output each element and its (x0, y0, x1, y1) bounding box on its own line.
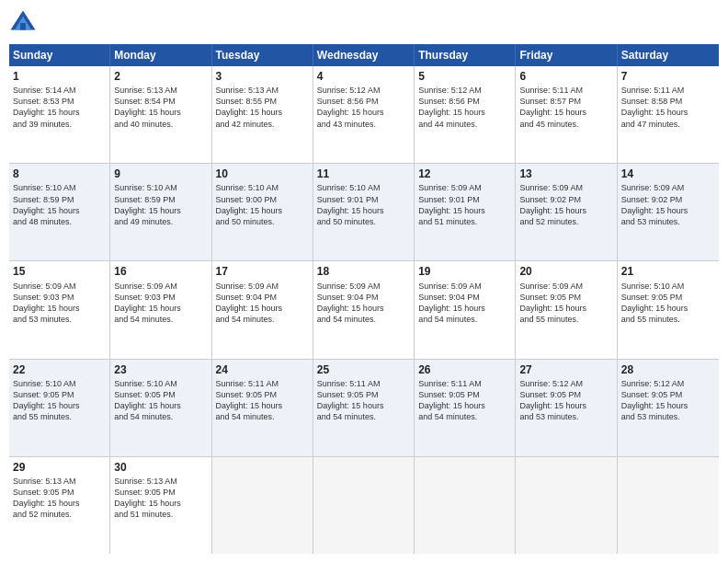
day-number: 2 (114, 69, 207, 84)
calendar-row: 22Sunrise: 5:10 AMSunset: 9:05 PMDayligh… (9, 360, 719, 457)
header-day-saturday: Saturday (618, 44, 719, 66)
day-info: Sunrise: 5:09 AMSunset: 9:03 PMDaylight:… (13, 281, 106, 326)
day-cell-9: 9Sunrise: 5:10 AMSunset: 8:59 PMDaylight… (110, 164, 211, 260)
day-number: 13 (519, 167, 612, 181)
day-number: 22 (13, 362, 106, 377)
calendar-header: SundayMondayTuesdayWednesdayThursdayFrid… (9, 44, 719, 66)
day-number: 16 (114, 264, 207, 279)
day-number: 17 (216, 264, 309, 279)
empty-cell (415, 457, 516, 554)
day-cell-21: 21Sunrise: 5:10 AMSunset: 9:05 PMDayligh… (618, 261, 719, 358)
day-cell-24: 24Sunrise: 5:11 AMSunset: 9:05 PMDayligh… (212, 360, 313, 456)
day-cell-26: 26Sunrise: 5:11 AMSunset: 9:05 PMDayligh… (415, 360, 516, 456)
day-cell-29: 29Sunrise: 5:13 AMSunset: 9:05 PMDayligh… (9, 457, 110, 554)
day-cell-10: 10Sunrise: 5:10 AMSunset: 9:00 PMDayligh… (212, 164, 313, 260)
day-number: 5 (418, 69, 511, 84)
header-day-thursday: Thursday (415, 44, 516, 66)
day-cell-6: 6Sunrise: 5:11 AMSunset: 8:57 PMDaylight… (516, 66, 617, 163)
day-number: 28 (621, 362, 715, 377)
day-cell-7: 7Sunrise: 5:11 AMSunset: 8:58 PMDaylight… (618, 66, 719, 163)
day-cell-25: 25Sunrise: 5:11 AMSunset: 9:05 PMDayligh… (313, 360, 415, 456)
day-info: Sunrise: 5:09 AMSunset: 9:04 PMDaylight:… (317, 281, 410, 326)
day-number: 8 (13, 167, 106, 181)
day-cell-17: 17Sunrise: 5:09 AMSunset: 9:04 PMDayligh… (212, 261, 313, 358)
day-number: 12 (418, 167, 511, 181)
day-info: Sunrise: 5:13 AMSunset: 8:54 PMDaylight:… (114, 85, 207, 130)
day-info: Sunrise: 5:11 AMSunset: 9:05 PMDaylight:… (216, 378, 309, 423)
day-number: 24 (216, 362, 309, 377)
day-info: Sunrise: 5:09 AMSunset: 9:01 PMDaylight:… (418, 182, 511, 227)
day-cell-16: 16Sunrise: 5:09 AMSunset: 9:03 PMDayligh… (110, 261, 211, 358)
day-number: 18 (317, 264, 410, 279)
day-info: Sunrise: 5:09 AMSunset: 9:05 PMDaylight:… (519, 281, 612, 326)
day-number: 14 (621, 167, 715, 181)
header-day-wednesday: Wednesday (313, 44, 415, 66)
day-info: Sunrise: 5:12 AMSunset: 9:05 PMDaylight:… (519, 378, 612, 423)
day-cell-28: 28Sunrise: 5:12 AMSunset: 9:05 PMDayligh… (618, 360, 719, 456)
day-info: Sunrise: 5:11 AMSunset: 8:57 PMDaylight:… (519, 85, 612, 130)
day-info: Sunrise: 5:10 AMSunset: 9:05 PMDaylight:… (13, 378, 106, 423)
day-info: Sunrise: 5:09 AMSunset: 9:02 PMDaylight:… (621, 182, 715, 227)
day-number: 23 (114, 362, 207, 377)
day-cell-5: 5Sunrise: 5:12 AMSunset: 8:56 PMDaylight… (415, 66, 516, 163)
day-cell-1: 1Sunrise: 5:14 AMSunset: 8:53 PMDaylight… (9, 66, 110, 163)
empty-cell (516, 457, 617, 554)
day-cell-23: 23Sunrise: 5:10 AMSunset: 9:05 PMDayligh… (110, 360, 211, 456)
day-cell-20: 20Sunrise: 5:09 AMSunset: 9:05 PMDayligh… (516, 261, 617, 358)
calendar: SundayMondayTuesdayWednesdayThursdayFrid… (9, 44, 719, 554)
svg-rect-2 (20, 23, 26, 30)
day-cell-3: 3Sunrise: 5:13 AMSunset: 8:55 PMDaylight… (212, 66, 313, 163)
header-day-tuesday: Tuesday (212, 44, 313, 66)
day-cell-22: 22Sunrise: 5:10 AMSunset: 9:05 PMDayligh… (9, 360, 110, 456)
day-info: Sunrise: 5:11 AMSunset: 9:05 PMDaylight:… (418, 378, 511, 423)
day-number: 3 (216, 69, 309, 84)
day-number: 1 (13, 69, 106, 84)
day-number: 21 (621, 264, 715, 279)
day-cell-12: 12Sunrise: 5:09 AMSunset: 9:01 PMDayligh… (415, 164, 516, 260)
header-day-friday: Friday (516, 44, 617, 66)
calendar-body: 1Sunrise: 5:14 AMSunset: 8:53 PMDaylight… (9, 66, 719, 554)
day-info: Sunrise: 5:10 AMSunset: 9:01 PMDaylight:… (317, 182, 410, 227)
day-number: 27 (519, 362, 612, 377)
day-cell-15: 15Sunrise: 5:09 AMSunset: 9:03 PMDayligh… (9, 261, 110, 358)
day-info: Sunrise: 5:14 AMSunset: 8:53 PMDaylight:… (13, 85, 106, 130)
empty-cell (618, 457, 719, 554)
logo (9, 9, 40, 37)
day-info: Sunrise: 5:09 AMSunset: 9:02 PMDaylight:… (519, 182, 612, 227)
day-info: Sunrise: 5:10 AMSunset: 8:59 PMDaylight:… (114, 182, 207, 227)
day-number: 15 (13, 264, 106, 279)
day-info: Sunrise: 5:10 AMSunset: 9:05 PMDaylight:… (114, 378, 207, 423)
header-day-monday: Monday (110, 44, 211, 66)
day-info: Sunrise: 5:09 AMSunset: 9:04 PMDaylight:… (418, 281, 511, 326)
day-cell-11: 11Sunrise: 5:10 AMSunset: 9:01 PMDayligh… (313, 164, 415, 260)
day-number: 26 (418, 362, 511, 377)
day-info: Sunrise: 5:11 AMSunset: 8:58 PMDaylight:… (621, 85, 715, 130)
day-info: Sunrise: 5:12 AMSunset: 8:56 PMDaylight:… (418, 85, 511, 130)
header-day-sunday: Sunday (9, 44, 110, 66)
header (9, 9, 719, 37)
day-cell-30: 30Sunrise: 5:13 AMSunset: 9:05 PMDayligh… (110, 457, 211, 554)
day-number: 29 (13, 460, 106, 475)
day-number: 19 (418, 264, 511, 279)
day-number: 25 (317, 362, 410, 377)
calendar-row: 8Sunrise: 5:10 AMSunset: 8:59 PMDaylight… (9, 164, 719, 261)
day-number: 10 (216, 167, 309, 181)
day-number: 4 (317, 69, 410, 84)
day-info: Sunrise: 5:10 AMSunset: 8:59 PMDaylight:… (13, 182, 106, 227)
day-info: Sunrise: 5:10 AMSunset: 9:05 PMDaylight:… (621, 281, 715, 326)
day-info: Sunrise: 5:09 AMSunset: 9:03 PMDaylight:… (114, 281, 207, 326)
day-number: 30 (114, 460, 207, 475)
calendar-row: 15Sunrise: 5:09 AMSunset: 9:03 PMDayligh… (9, 261, 719, 359)
day-number: 7 (621, 69, 715, 84)
day-info: Sunrise: 5:09 AMSunset: 9:04 PMDaylight:… (216, 281, 309, 326)
day-cell-13: 13Sunrise: 5:09 AMSunset: 9:02 PMDayligh… (516, 164, 617, 260)
empty-cell (313, 457, 415, 554)
day-cell-27: 27Sunrise: 5:12 AMSunset: 9:05 PMDayligh… (516, 360, 617, 456)
day-number: 6 (519, 69, 612, 84)
day-cell-4: 4Sunrise: 5:12 AMSunset: 8:56 PMDaylight… (313, 66, 415, 163)
empty-cell (212, 457, 313, 554)
day-info: Sunrise: 5:10 AMSunset: 9:00 PMDaylight:… (216, 182, 309, 227)
calendar-row: 1Sunrise: 5:14 AMSunset: 8:53 PMDaylight… (9, 66, 719, 164)
day-info: Sunrise: 5:11 AMSunset: 9:05 PMDaylight:… (317, 378, 410, 423)
day-info: Sunrise: 5:12 AMSunset: 8:56 PMDaylight:… (317, 85, 410, 130)
